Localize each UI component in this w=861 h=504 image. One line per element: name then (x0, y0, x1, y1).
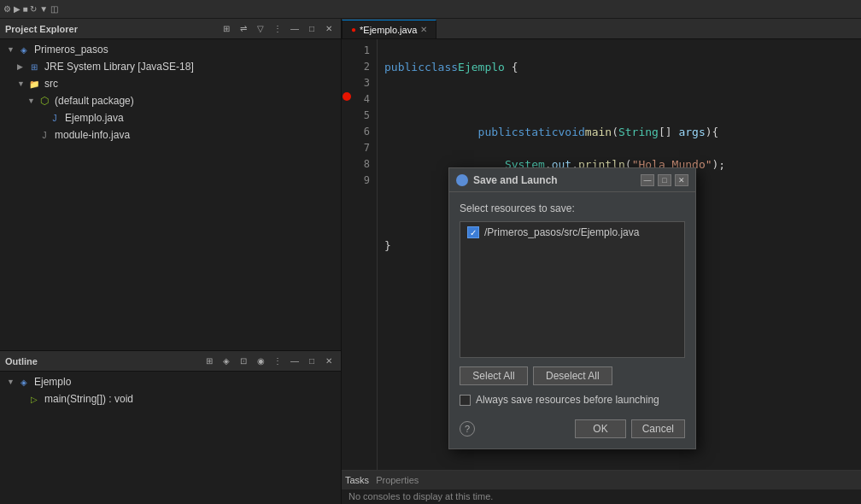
tree-item-primeros-pasos[interactable]: ▼ ◈ Primeros_pasos (0, 41, 341, 58)
code-line-4 (384, 108, 854, 124)
project-explorer-icons: ⊞ ⇌ ▽ ⋮ — □ ✕ (220, 22, 336, 36)
console-area: Tasks Properties No consoles to display … (342, 470, 861, 504)
tree-label-default-package: (default package) (55, 95, 134, 107)
outline-close-icon[interactable]: ✕ (322, 355, 336, 368)
outline-item-main[interactable]: ▷ main(String[]) : void (0, 390, 341, 407)
ok-button[interactable]: OK (575, 419, 625, 438)
save-and-launch-dialog[interactable]: Save and Launch — □ ✕ Select resources t… (448, 167, 696, 449)
tasks-tab[interactable]: Tasks (345, 475, 369, 485)
deselect-all-button[interactable]: Deselect All (533, 366, 612, 385)
ok-cancel-buttons: OK Cancel (575, 419, 685, 438)
code-line-5: public static void main(String[] args){ (384, 124, 854, 156)
dialog-titlebar: Save and Launch — □ ✕ (449, 168, 695, 192)
dialog-resources-label: Select resources to save: (460, 202, 685, 214)
outline-label: Outline (5, 356, 38, 366)
select-all-button[interactable]: Select All (460, 366, 528, 385)
top-toolbar: ⚙ ▶ ■ ↻ ▼ ◫ (0, 0, 861, 19)
project-explorer-label: Project Explorer (5, 24, 78, 34)
tree-item-default-package[interactable]: ▼ ⬡ (default package) (0, 92, 341, 109)
tree-label-primeros-pasos: Primeros_pasos (34, 44, 108, 56)
breakpoint-dot (343, 92, 351, 101)
tree-item-module-info[interactable]: J module-info.java (0, 126, 341, 144)
outline-class-icon: ◈ (17, 375, 31, 389)
collapse-all-icon[interactable]: ⊞ (220, 22, 233, 36)
properties-tab[interactable]: Properties (376, 475, 419, 485)
outline-minimize-icon[interactable]: — (288, 355, 302, 368)
link-editor-icon[interactable]: ⇌ (237, 22, 250, 36)
dialog-controls: — □ ✕ (641, 174, 688, 186)
dialog-close-btn[interactable]: ✕ (675, 174, 688, 186)
tree-item-jre[interactable]: ▶ ⊞ JRE System Library [JavaSE-18] (0, 58, 341, 75)
dialog-maximize-btn[interactable]: □ (658, 174, 671, 186)
outline-title: Outline (5, 356, 38, 366)
resource-list[interactable]: /Primeros_pasos/src/Ejemplo.java (460, 221, 685, 358)
tree-label-ejemplo: Ejemplo.java (65, 112, 124, 124)
code-line-2: public class Ejemplo { (384, 59, 854, 91)
editor-tabs: ● *Ejemplo.java ✕ (342, 19, 861, 39)
close-icon[interactable]: ✕ (322, 22, 336, 36)
outline-icon5[interactable]: ⋮ (271, 355, 284, 368)
outline-panel: Outline ⊞ ◈ ⊡ ◉ ⋮ — □ ✕ ▼ ◈ Ejemplo (0, 350, 341, 504)
outline-item-ejemplo[interactable]: ▼ ◈ Ejemplo (0, 373, 341, 390)
cancel-button[interactable]: Cancel (631, 419, 685, 438)
outline-tree: ▼ ◈ Ejemplo ▷ main(String[]) : void (0, 372, 341, 409)
java-file-icon-module: J (38, 128, 51, 142)
always-save-checkbox[interactable] (460, 395, 471, 406)
outline-icons: ⊞ ◈ ⊡ ◉ ⋮ — □ ✕ (202, 355, 336, 368)
maximize-icon[interactable]: □ (305, 22, 319, 36)
breakpoint-gutter (342, 39, 352, 470)
editor-content: 1 2 3 4 5 6 7 8 9 public class Ejemplo { (342, 39, 861, 470)
outline-label-main: main(String[]) : void (44, 393, 133, 405)
dialog-footer: ? OK Cancel (460, 416, 685, 438)
code-line-1 (384, 43, 854, 59)
always-save-row: Always save resources before launching (460, 394, 685, 406)
library-icon: ⊞ (27, 60, 41, 73)
package-icon: ⬡ (38, 94, 51, 108)
tab-close-icon[interactable]: ✕ (420, 25, 427, 34)
select-deselect-row: Select All Deselect All (460, 366, 685, 385)
tree-label-module-info: module-info.java (55, 129, 130, 141)
always-save-label: Always save resources before launching (476, 394, 659, 406)
resource-item-ejemplo[interactable]: /Primeros_pasos/src/Ejemplo.java (460, 222, 684, 243)
outline-icon2[interactable]: ◈ (220, 355, 233, 368)
console-tabs: Tasks Properties (342, 471, 861, 489)
project-icon: ◈ (17, 43, 31, 56)
outline-header: Outline ⊞ ◈ ⊡ ◉ ⋮ — □ ✕ (0, 351, 341, 372)
left-panel: Project Explorer ⊞ ⇌ ▽ ⋮ — □ ✕ ▼ ◈ Prime… (0, 19, 342, 504)
project-explorer-title: Project Explorer (5, 24, 78, 34)
tab-label-ejemplo: *Ejemplo.java (360, 25, 417, 35)
resource-path-ejemplo: /Primeros_pasos/src/Ejemplo.java (484, 226, 639, 238)
dialog-title-label: Save and Launch (473, 174, 558, 186)
line-numbers: 1 2 3 4 5 6 7 8 9 (352, 39, 378, 470)
help-icon[interactable]: ? (460, 421, 475, 437)
project-explorer-header: Project Explorer ⊞ ⇌ ▽ ⋮ — □ ✕ (0, 19, 341, 39)
outline-method-icon: ▷ (27, 392, 41, 406)
tree-item-src[interactable]: ▼ 📁 src (0, 75, 341, 92)
console-message: No consoles to display at this time. (348, 491, 493, 501)
tree-label-src: src (44, 78, 58, 90)
console-content: No consoles to display at this time. (342, 489, 861, 504)
tree-label-jre: JRE System Library [JavaSE-18] (44, 61, 194, 73)
filter-icon[interactable]: ▽ (254, 22, 267, 36)
code-line-3 (384, 91, 854, 108)
outline-icon1[interactable]: ⊞ (202, 355, 216, 368)
outline-label-ejemplo: Ejemplo (34, 376, 71, 388)
right-panel: ● *Ejemplo.java ✕ 1 2 3 4 5 6 7 8 (342, 19, 861, 504)
dialog-title: Save and Launch (456, 174, 558, 186)
dialog-body: Select resources to save: /Primeros_paso… (449, 192, 695, 448)
outline-icon3[interactable]: ⊡ (237, 355, 250, 368)
menu-icon[interactable]: ⋮ (271, 22, 284, 36)
java-file-icon-ejemplo: J (48, 111, 62, 125)
minimize-icon[interactable]: — (288, 22, 302, 36)
tab-ejemplo-java[interactable]: ● *Ejemplo.java ✕ (342, 20, 436, 38)
resource-checkbox-ejemplo[interactable] (467, 226, 479, 238)
outline-icon4[interactable]: ◉ (254, 355, 267, 368)
src-folder-icon: 📁 (27, 77, 41, 91)
dialog-minimize-btn[interactable]: — (641, 174, 654, 186)
outline-maximize-icon[interactable]: □ (305, 355, 319, 368)
dialog-title-icon (456, 174, 468, 186)
tree-item-ejemplo-java[interactable]: J Ejemplo.java (0, 109, 341, 126)
project-tree: ▼ ◈ Primeros_pasos ▶ ⊞ JRE System Librar… (0, 39, 341, 350)
